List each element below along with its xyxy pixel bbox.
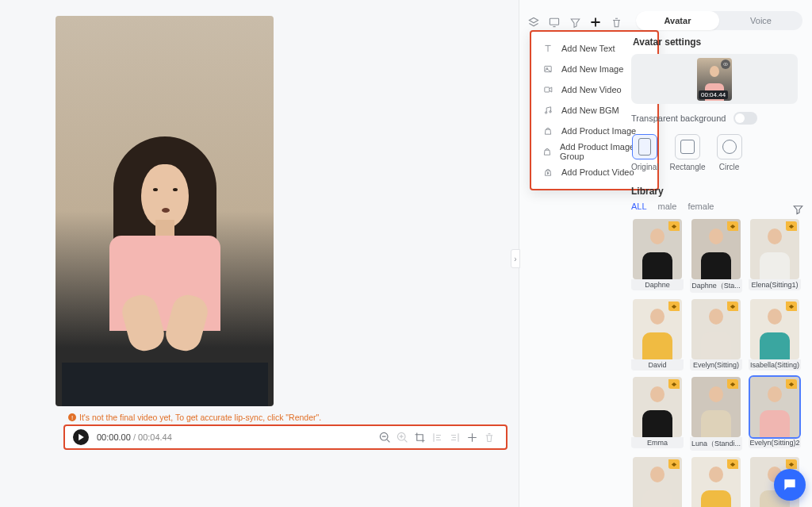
video-icon bbox=[542, 84, 553, 95]
transparent-bg-toggle[interactable] bbox=[733, 112, 757, 125]
premium-icon bbox=[727, 459, 738, 469]
play-button[interactable] bbox=[73, 429, 89, 445]
music-icon bbox=[542, 105, 553, 116]
avatar-image bbox=[633, 219, 682, 279]
notice-text: It's not the final video yet, To get acc… bbox=[79, 413, 321, 422]
premium-icon bbox=[727, 221, 738, 231]
svg-point-7 bbox=[550, 111, 551, 113]
premium-icon bbox=[668, 459, 680, 469]
bag-play-icon bbox=[542, 167, 553, 178]
add-menu-label: Add New Image bbox=[561, 64, 623, 74]
bag-icon bbox=[542, 146, 552, 157]
crop-icon[interactable] bbox=[411, 428, 428, 446]
avatar-image bbox=[750, 299, 799, 359]
shape-original[interactable]: Original bbox=[631, 134, 658, 171]
premium-icon bbox=[786, 302, 797, 311]
avatar-card-10[interactable] bbox=[690, 457, 742, 507]
premium-icon bbox=[786, 379, 797, 389]
shape-rectangle-label: Rectangle bbox=[669, 163, 705, 171]
render-notice: ! It's not the final video yet, To get a… bbox=[68, 413, 321, 422]
filter-settings-icon[interactable] bbox=[792, 203, 804, 217]
avatar-name: Elena(Sitting1) bbox=[749, 279, 801, 290]
avatar-image bbox=[691, 457, 741, 507]
avatar-card-7[interactable]: Luna（Standi... bbox=[690, 377, 742, 451]
avatar-name: Daphne bbox=[631, 279, 684, 290]
collapse-panel-button[interactable]: › bbox=[511, 249, 520, 268]
bag-icon bbox=[542, 125, 553, 136]
tab-segment: Avatar Voice bbox=[636, 11, 802, 30]
selected-avatar-card[interactable]: 00:04.44 bbox=[631, 54, 798, 104]
add-menu-label: Add New Text bbox=[561, 44, 615, 53]
avatar-card-6[interactable]: Emma bbox=[631, 377, 684, 451]
avatar-name: Isabella(Sitting) bbox=[749, 359, 801, 371]
avatar-name: David bbox=[631, 359, 684, 371]
svg-rect-5 bbox=[545, 87, 550, 92]
avatar-card-3[interactable]: David bbox=[631, 299, 684, 371]
video-preview[interactable] bbox=[56, 16, 274, 406]
svg-rect-2 bbox=[550, 18, 558, 25]
warning-icon: ! bbox=[68, 413, 76, 421]
premium-icon bbox=[727, 302, 738, 311]
premium-icon bbox=[786, 221, 797, 231]
avatar-image bbox=[633, 377, 682, 437]
filter-all[interactable]: ALL bbox=[631, 202, 647, 211]
premium-icon bbox=[727, 379, 738, 389]
avatar-thumbnail: 00:04.44 bbox=[697, 58, 732, 101]
add-menu-label: Add Product Image bbox=[561, 126, 636, 136]
image-icon bbox=[542, 63, 553, 75]
avatar-card-5[interactable]: Isabella(Sitting) bbox=[749, 299, 801, 371]
library-filters: ALL male female bbox=[631, 202, 807, 211]
avatar-grid: DaphneDaphne（Sta...Elena(Sitting1)DavidE… bbox=[631, 219, 807, 507]
avatar-image bbox=[691, 299, 741, 359]
avatar-image bbox=[691, 219, 741, 279]
avatar-card-8[interactable]: Evelyn(Sitting)2 bbox=[749, 377, 801, 451]
align-right-icon bbox=[446, 428, 463, 446]
current-time: 00:00.00 bbox=[97, 432, 131, 442]
avatar-figure bbox=[62, 121, 268, 406]
avatar-name: Daphne（Sta... bbox=[690, 279, 742, 293]
canvas-area: ! It's not the final video yet, To get a… bbox=[0, 0, 519, 507]
add-icon[interactable] bbox=[463, 428, 481, 446]
avatar-card-0[interactable]: Daphne bbox=[631, 219, 684, 293]
avatar-card-4[interactable]: Evelyn(Sitting) bbox=[690, 299, 742, 371]
shape-rectangle[interactable]: Rectangle bbox=[669, 134, 705, 171]
svg-point-6 bbox=[545, 112, 546, 113]
timeline-bar: 00:00.00 / 00:04.44 bbox=[63, 424, 508, 450]
add-menu-label: Add New BGM bbox=[561, 106, 619, 115]
delete-icon bbox=[481, 428, 498, 446]
premium-icon bbox=[668, 379, 680, 389]
duration-time: 00:04.44 bbox=[138, 432, 172, 442]
filter-male[interactable]: male bbox=[658, 202, 677, 211]
avatar-settings-title: Avatar settings bbox=[633, 36, 807, 48]
align-left-icon bbox=[428, 428, 446, 446]
time-display: 00:00.00 / 00:04.44 bbox=[97, 432, 172, 442]
premium-icon bbox=[668, 302, 680, 311]
avatar-name: Evelyn(Sitting) bbox=[690, 359, 742, 371]
library-title: Library bbox=[631, 186, 664, 197]
zoom-in-icon bbox=[393, 428, 411, 446]
shape-circle-label: Circle bbox=[719, 163, 740, 171]
avatar-name: Emma bbox=[631, 437, 684, 448]
avatar-card-9[interactable] bbox=[631, 457, 684, 507]
tab-voice[interactable]: Voice bbox=[719, 11, 802, 30]
right-panel: Avatar Voice Avatar settings 00:04.44 Tr… bbox=[631, 11, 807, 507]
avatar-image bbox=[750, 219, 799, 279]
avatar-card-2[interactable]: Elena(Sitting1) bbox=[749, 219, 801, 293]
premium-icon bbox=[668, 221, 680, 231]
shape-circle[interactable]: Circle bbox=[717, 134, 742, 171]
shape-original-label: Original bbox=[631, 163, 658, 171]
filter-female[interactable]: female bbox=[688, 202, 714, 211]
svg-point-9 bbox=[725, 63, 726, 64]
avatar-image bbox=[633, 299, 682, 359]
add-menu-label: Add Product Video bbox=[561, 167, 634, 177]
avatar-image bbox=[633, 457, 682, 507]
avatar-image bbox=[691, 377, 741, 437]
transparent-bg-row: Transparent background bbox=[631, 112, 807, 125]
avatar-card-1[interactable]: Daphne（Sta... bbox=[690, 219, 742, 293]
avatar-name: Luna（Standi... bbox=[690, 437, 742, 451]
zoom-out-icon[interactable] bbox=[376, 428, 393, 446]
text-icon bbox=[542, 43, 553, 54]
chat-support-button[interactable] bbox=[774, 469, 806, 501]
visibility-icon[interactable] bbox=[721, 60, 730, 69]
tab-avatar[interactable]: Avatar bbox=[636, 11, 719, 30]
